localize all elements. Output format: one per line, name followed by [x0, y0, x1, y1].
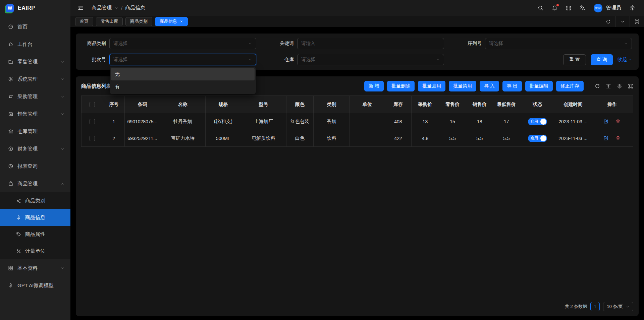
chevron-down-icon: [114, 6, 118, 10]
menu-fold-button[interactable]: [78, 5, 84, 11]
tag-icon: [16, 232, 21, 237]
fullscreen-icon[interactable]: [566, 5, 571, 11]
delete-icon[interactable]: [615, 119, 621, 124]
sidebar-item-warehouse-mgmt[interactable]: 仓库管理: [0, 123, 70, 140]
tabbar-controls: [601, 16, 644, 27]
sidebar-item-workbench[interactable]: 工作台: [0, 36, 70, 53]
chevron-up-icon: [628, 58, 632, 62]
edit-icon[interactable]: [603, 119, 608, 124]
trash-icon: [615, 119, 621, 124]
created-time-cell: 2023-11-03 ...: [555, 113, 591, 130]
tab-零售出库[interactable]: 零售出库: [96, 17, 123, 26]
sidebar-item-goods-info[interactable]: 商品信息: [0, 209, 70, 226]
status-toggle[interactable]: 启用: [528, 135, 547, 142]
query-button[interactable]: 查 询: [591, 54, 613, 65]
dropdown-option[interactable]: 有: [111, 80, 255, 93]
delete-icon[interactable]: [615, 136, 621, 141]
translate-icon[interactable]: [580, 5, 585, 11]
sidebar-item-system-mgmt[interactable]: 系统管理: [0, 70, 70, 88]
table-row: 26932529211...宝矿力水特500ML电解质饮料白色饮料4224.85…: [82, 130, 633, 147]
sidebar-item-basic-data[interactable]: 基本资料: [0, 259, 70, 277]
filter-select-批次号[interactable]: 请选择无有: [109, 54, 256, 65]
collapse-link[interactable]: 收起: [618, 57, 632, 63]
action-button-1[interactable]: 批量删除: [387, 81, 415, 91]
breadcrumb-parent[interactable]: 商品管理: [92, 5, 112, 11]
status-toggle[interactable]: 启用: [528, 118, 547, 125]
sidebar-item-sales-mgmt[interactable]: 销售管理: [0, 105, 70, 123]
chevron-down-icon: [61, 77, 64, 81]
action-button-2[interactable]: 批量启用: [418, 81, 445, 91]
user-name[interactable]: 管理员: [606, 5, 621, 11]
search-icon[interactable]: [538, 5, 543, 11]
avatar[interactable]: 管理员: [594, 4, 602, 12]
action-button-0[interactable]: 新 增: [364, 81, 384, 91]
sidebar-item-goods-attr[interactable]: 商品属性: [0, 226, 70, 243]
dropdown-option[interactable]: 无: [111, 68, 255, 80]
page-size-select[interactable]: 10 条/页: [603, 302, 633, 311]
sidebar-item-retail-mgmt[interactable]: 零售管理: [0, 53, 70, 70]
chevron-down-icon: [61, 95, 64, 99]
filter-label: 商品类别: [83, 41, 106, 47]
placeholder-text: 请选择: [113, 57, 248, 63]
filter-select-商品类别[interactable]: 请选择: [109, 38, 256, 49]
tab-商品信息[interactable]: 商品信息: [155, 17, 188, 26]
action-button-3[interactable]: 批量禁用: [449, 81, 476, 91]
sidebar-item-purchase-mgmt[interactable]: 采购管理: [0, 88, 70, 105]
cell: 15: [439, 113, 466, 130]
column-header: 操作: [591, 96, 633, 113]
filter-select-仓库[interactable]: 请选择: [297, 54, 444, 65]
close-icon[interactable]: [180, 20, 183, 23]
page-button[interactable]: 1: [590, 302, 600, 311]
reload-icon[interactable]: [595, 83, 600, 89]
column-header: 规格: [205, 96, 241, 113]
select-all-checkbox[interactable]: [90, 102, 95, 107]
breadcrumb-separator: /: [121, 5, 122, 11]
tabbar-chevron-down-icon[interactable]: [615, 16, 630, 27]
shop-icon: [8, 111, 13, 117]
column-header: 条码: [124, 96, 160, 113]
row-checkbox[interactable]: [90, 119, 95, 124]
reset-button[interactable]: 重 置: [563, 54, 586, 65]
gear-icon[interactable]: [617, 83, 622, 89]
placeholder-text: 请选择: [489, 41, 624, 47]
expand-icon[interactable]: [628, 83, 633, 89]
line-height-icon[interactable]: [606, 83, 611, 89]
edit-icon: [603, 136, 608, 141]
filter-select-序列号[interactable]: 请选择: [485, 38, 632, 49]
column-header: 状态: [520, 96, 555, 113]
edit-icon[interactable]: [603, 136, 608, 141]
logo-text: EAIRP: [18, 5, 35, 11]
bag-icon: [8, 181, 13, 186]
action-button-4[interactable]: 导 入: [480, 81, 499, 91]
sidebar-item-gpt-ai-model[interactable]: GPT AI微调模型: [0, 277, 70, 294]
tab-商品类别[interactable]: 商品类别: [125, 17, 152, 26]
tabbar-expand-icon[interactable]: [630, 16, 644, 27]
cell: 牡丹香烟: [160, 113, 205, 130]
row-checkbox[interactable]: [90, 136, 95, 141]
sidebar-item-home[interactable]: 首页: [0, 18, 70, 36]
sidebar-item-finance-mgmt[interactable]: 财务管理: [0, 140, 70, 157]
bell-icon[interactable]: [552, 5, 557, 11]
tab-首页[interactable]: 首页: [75, 17, 93, 26]
sidebar-item-measure-unit[interactable]: 计量单位: [0, 243, 70, 259]
tabbar-reload-icon[interactable]: [601, 16, 615, 27]
chevron-down-icon: [620, 19, 625, 24]
tab-list: 首页 零售出库 商品类别 商品信息: [70, 16, 601, 27]
chevron-down-icon: [114, 6, 118, 10]
sidebar-item-report-query[interactable]: 报表查询: [0, 157, 70, 175]
sidebar-item-goods-category[interactable]: 商品类别: [0, 192, 70, 209]
chevron-down-icon: [61, 266, 64, 270]
sidebar-submenu: 商品类别 商品信息 商品属性 计量单位: [0, 192, 70, 259]
action-button-6[interactable]: 批量编辑: [525, 81, 553, 91]
gear-icon[interactable]: [630, 5, 635, 11]
logo[interactable]: W EAIRP: [0, 0, 70, 16]
share-icon: [16, 198, 21, 203]
percent-icon: [16, 249, 21, 254]
action-button-5[interactable]: 导 出: [502, 81, 522, 91]
action-button-7[interactable]: 修正库存: [556, 81, 584, 91]
cell: 香烟: [314, 113, 350, 130]
filter-label: 仓库: [270, 57, 294, 63]
filter-input-关键词[interactable]: 请输入: [297, 38, 444, 49]
sidebar-item-goods-mgmt[interactable]: 商品管理: [0, 175, 70, 192]
cell: [350, 113, 385, 130]
